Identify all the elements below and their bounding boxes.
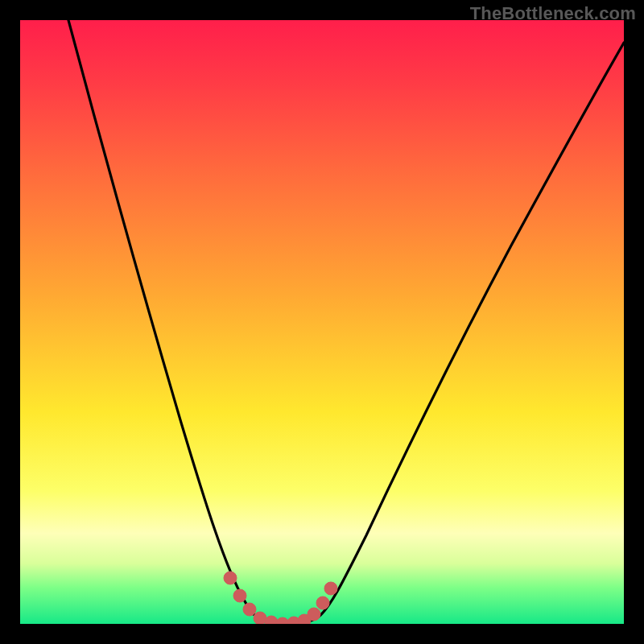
marker-dot <box>233 589 246 602</box>
marker-dot <box>308 608 320 621</box>
marker-dot <box>265 616 278 624</box>
marker-dot <box>324 582 337 595</box>
marker-dot <box>224 572 237 584</box>
plot-area <box>20 20 624 624</box>
marker-dot <box>243 603 256 616</box>
optimal-range-markers <box>224 572 337 624</box>
marker-dot <box>316 597 329 609</box>
chart-frame: TheBottleneck.com <box>0 0 644 644</box>
watermark-text: TheBottleneck.com <box>470 3 636 24</box>
curve-path <box>68 20 624 624</box>
bottleneck-curve <box>20 20 624 624</box>
